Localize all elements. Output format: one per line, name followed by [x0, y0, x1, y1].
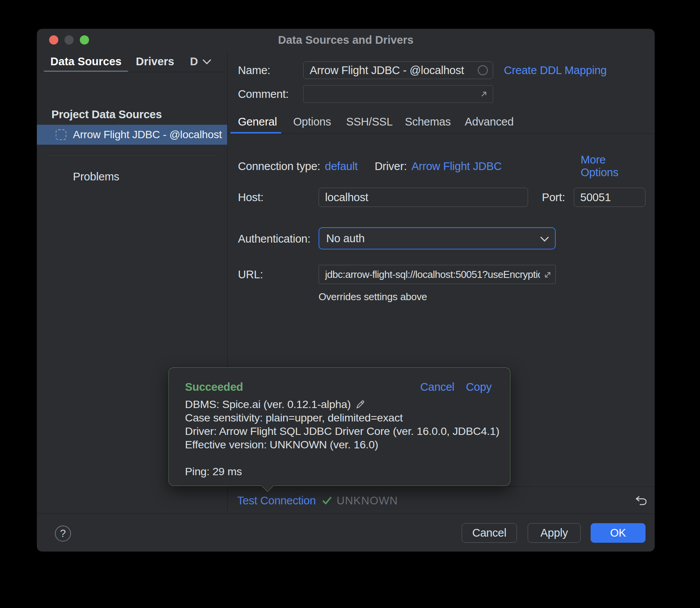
name-input[interactable]	[303, 61, 493, 79]
url-label: URL:	[238, 269, 263, 280]
expand-comment-icon[interactable]	[479, 89, 489, 99]
sidebar-divider	[48, 155, 216, 156]
driver-label: Driver:	[375, 160, 407, 173]
popup-arrow	[261, 480, 273, 492]
footer-divider	[37, 514, 655, 514]
ok-button[interactable]: OK	[591, 523, 646, 543]
tabs-divider	[228, 134, 655, 134]
comment-field-wrap	[303, 85, 493, 103]
popup-copy-link[interactable]: Copy	[466, 381, 492, 393]
dialog-window: Data Sources and Drivers Data Sources Dr…	[37, 29, 655, 552]
comment-input[interactable]	[303, 85, 493, 103]
url-hint: Overrides settings above	[319, 291, 427, 303]
port-input[interactable]	[574, 188, 646, 207]
help-question-icon: ?	[60, 528, 66, 540]
popup-line-version: Effective version: UNKNOWN (ver. 16.0)	[185, 438, 378, 451]
connection-type-label: Connection type:	[238, 160, 320, 173]
host-label: Host:	[238, 192, 264, 203]
undo-icon[interactable]	[634, 494, 649, 507]
tab-ssh-ssl[interactable]: SSH/SSL	[346, 116, 393, 127]
data-source-row[interactable]: Arrow Flight JDBC - @localhost	[37, 125, 227, 145]
test-connection-popup: Succeeded Cancel Copy DBMS: Spice.ai (ve…	[168, 367, 510, 486]
tab-data-sources-label: Data Sources	[50, 55, 121, 68]
test-connection-row: Test Connection UNKNOWN	[237, 494, 398, 507]
authentication-label: Authentication:	[238, 233, 310, 245]
tab-general[interactable]: General	[238, 116, 277, 127]
data-source-icon-accent	[56, 129, 66, 140]
name-progress-ring-icon	[478, 65, 488, 75]
name-label: Name:	[238, 64, 270, 76]
chevron-down-icon	[203, 59, 211, 64]
tab-advanced[interactable]: Advanced	[465, 116, 513, 127]
cancel-button[interactable]: Cancel	[462, 523, 517, 543]
popup-line-ping: Ping: 29 ms	[185, 465, 242, 478]
port-label: Port:	[542, 192, 565, 203]
sidebar-toolbar	[37, 72, 227, 94]
apply-button[interactable]: Apply	[528, 523, 581, 543]
test-result-text: UNKNOWN	[337, 494, 398, 507]
dropdown-chevron-icon	[540, 236, 549, 242]
success-check-icon	[322, 496, 332, 505]
popup-status: Succeeded	[185, 381, 243, 393]
popup-cancel-link[interactable]: Cancel	[420, 381, 454, 393]
expand-url-icon[interactable]	[543, 270, 553, 280]
popup-line-case: Case sensitivity: plain=upper, delimited…	[185, 411, 403, 424]
host-input[interactable]	[319, 188, 528, 207]
driver-value-link[interactable]: Arrow Flight JDBC	[411, 160, 502, 173]
name-field-wrap	[303, 61, 493, 79]
connection-type-value-link[interactable]: default	[325, 160, 358, 173]
window-title: Data Sources and Drivers	[37, 29, 655, 51]
popup-line-dbms: DBMS: Spice.ai (ver. 0.12.1-alpha)	[185, 398, 365, 411]
more-options-label: More Options	[581, 154, 619, 179]
tab-drivers-label: Drivers	[136, 55, 174, 68]
tab-options[interactable]: Options	[293, 116, 331, 127]
test-connection-link[interactable]: Test Connection	[237, 494, 316, 507]
connection-type-row: Connection type: default Driver: Arrow F…	[238, 160, 502, 172]
screen: Data Sources and Drivers Data Sources Dr…	[0, 0, 700, 608]
popup-line-dbms-text: DBMS: Spice.ai (ver. 0.12.1-alpha)	[185, 398, 351, 411]
url-field-wrap	[319, 265, 556, 284]
titlebar: Data Sources and Drivers	[37, 29, 655, 51]
comment-label: Comment:	[238, 88, 289, 100]
sidebar-item-problems[interactable]: Problems	[73, 170, 119, 183]
tab-truncated-label: D	[190, 51, 198, 72]
help-button[interactable]: ?	[55, 525, 71, 542]
popup-line-driver: Driver: Arrow Flight SQL JDBC Driver Cor…	[185, 425, 499, 438]
authentication-value: No auth	[326, 232, 365, 245]
authentication-dropdown[interactable]: No auth	[319, 227, 556, 249]
tab-overflow[interactable]: D	[190, 51, 217, 72]
create-ddl-mapping-link[interactable]: Create DDL Mapping	[504, 64, 607, 76]
tab-data-sources[interactable]: Data Sources	[44, 51, 128, 72]
url-input[interactable]	[319, 265, 556, 284]
popup-actions: Cancel Copy	[420, 381, 492, 393]
tab-drivers[interactable]: Drivers	[136, 51, 174, 72]
data-source-icon	[56, 129, 66, 140]
tab-schemas[interactable]: Schemas	[405, 116, 451, 127]
test-row-divider	[228, 486, 655, 487]
edit-pencil-icon[interactable]	[355, 400, 365, 410]
sidebar-tabbar: Data Sources Drivers D	[37, 51, 227, 72]
section-header-project-data-sources: Project Data Sources	[51, 109, 162, 120]
data-source-label: Arrow Flight JDBC - @localhost	[73, 125, 222, 145]
